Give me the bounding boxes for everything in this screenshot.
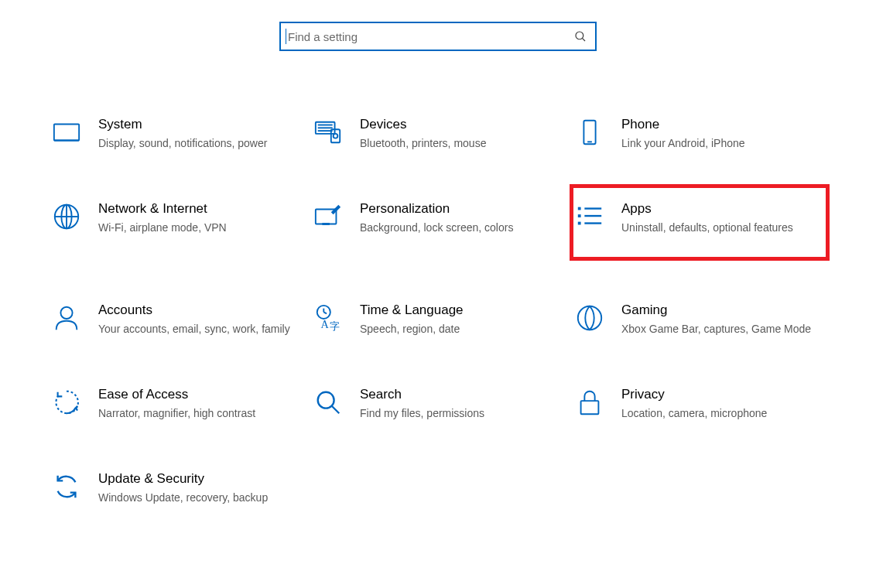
tile-desc: Narrator, magnifier, high contrast [98, 406, 290, 421]
search-input[interactable] [288, 30, 573, 43]
tile-title: Devices [360, 116, 552, 133]
tile-desc: Display, sound, notifications, power [98, 136, 290, 151]
tile-text: Accounts Your accounts, email, sync, wor… [98, 302, 296, 337]
svg-point-31 [318, 392, 334, 409]
tile-network[interactable]: Network & Internet Wi-Fi, airplane mode,… [49, 194, 304, 258]
apps-icon [575, 202, 604, 231]
network-icon [52, 202, 81, 231]
privacy-icon [575, 388, 604, 417]
tile-text: Ease of Access Narrator, magnifier, high… [98, 386, 296, 421]
tile-title: Phone [621, 116, 813, 133]
tile-title: Gaming [621, 302, 813, 319]
tile-title: Network & Internet [98, 200, 290, 217]
tile-ease-of-access[interactable]: Ease of Access Narrator, magnifier, high… [49, 380, 304, 427]
accounts-icon [52, 303, 81, 333]
tile-title: Accounts [98, 302, 290, 319]
tile-privacy[interactable]: Privacy Location, camera, microphone [572, 380, 827, 427]
phone-icon [575, 118, 604, 147]
svg-line-27 [323, 312, 327, 313]
svg-text:字: 字 [330, 320, 340, 332]
svg-rect-18 [578, 207, 581, 210]
personalization-icon [313, 202, 343, 231]
tile-time-language[interactable]: A 字 Time & Language Speech, region, date [310, 296, 566, 343]
tile-text: Time & Language Speech, region, date [360, 302, 558, 337]
devices-icon [313, 118, 343, 147]
tile-title: System [98, 116, 290, 133]
tile-text: Personalization Background, lock screen,… [360, 200, 558, 235]
tile-title: Apps [621, 200, 813, 217]
tile-text: Network & Internet Wi-Fi, airplane mode,… [98, 200, 296, 235]
tile-text: Apps Uninstall, defaults, optional featu… [621, 200, 820, 235]
tile-desc: Uninstall, defaults, optional features [621, 220, 813, 235]
tile-desc: Location, camera, microphone [621, 406, 813, 421]
tile-desc: Speech, region, date [360, 322, 552, 337]
svg-point-9 [334, 134, 338, 138]
tile-title: Personalization [360, 200, 552, 217]
tile-apps[interactable]: Apps Uninstall, defaults, optional featu… [572, 186, 827, 258]
tile-phone[interactable]: Phone Link your Android, iPhone [572, 110, 827, 157]
tile-text: System Display, sound, notifications, po… [98, 116, 296, 151]
svg-rect-10 [583, 121, 595, 144]
tile-desc: Windows Update, recovery, backup [98, 491, 290, 505]
svg-rect-19 [578, 214, 581, 217]
settings-grid: System Display, sound, notifications, po… [43, 67, 833, 511]
svg-rect-2 [54, 125, 79, 141]
svg-line-32 [332, 406, 340, 414]
tile-desc: Find my files, permissions [360, 406, 552, 421]
tile-personalization[interactable]: Personalization Background, lock screen,… [310, 194, 566, 258]
tile-text: Gaming Xbox Game Bar, captures, Game Mod… [621, 302, 820, 337]
tile-text: Devices Bluetooth, printers, mouse [360, 116, 558, 151]
search-box[interactable] [279, 22, 597, 51]
tile-search[interactable]: Search Find my files, permissions [310, 380, 566, 427]
tile-accounts[interactable]: Accounts Your accounts, email, sync, wor… [49, 296, 304, 343]
svg-rect-20 [578, 222, 581, 225]
search-tile-icon [313, 388, 343, 417]
tile-desc: Your accounts, email, sync, work, family [98, 322, 290, 337]
tile-text: Update & Security Windows Update, recove… [98, 470, 296, 505]
tile-desc: Background, lock screen, colors [360, 220, 552, 235]
tile-desc: Wi-Fi, airplane mode, VPN [98, 220, 290, 235]
search-container [0, 0, 876, 67]
tile-title: Search [360, 386, 552, 403]
system-icon [52, 118, 81, 147]
tile-system[interactable]: System Display, sound, notifications, po… [49, 110, 304, 157]
svg-point-24 [60, 307, 72, 319]
svg-point-30 [578, 306, 601, 330]
tile-title: Ease of Access [98, 386, 290, 403]
tile-text: Privacy Location, camera, microphone [621, 386, 820, 421]
tile-desc: Link your Android, iPhone [621, 136, 813, 151]
text-caret [286, 29, 286, 44]
search-icon [573, 29, 587, 43]
tile-title: Privacy [621, 386, 813, 403]
svg-rect-33 [581, 401, 599, 414]
tile-text: Search Find my files, permissions [360, 386, 558, 421]
tile-title: Update & Security [98, 470, 290, 487]
tile-desc: Xbox Game Bar, captures, Game Mode [621, 322, 813, 337]
time-language-icon: A 字 [313, 303, 343, 333]
gaming-icon [575, 303, 604, 333]
svg-line-1 [582, 38, 585, 41]
update-security-icon [52, 472, 81, 501]
tile-title: Time & Language [360, 302, 552, 319]
ease-of-access-icon [52, 388, 81, 417]
tile-gaming[interactable]: Gaming Xbox Game Bar, captures, Game Mod… [572, 296, 827, 343]
tile-update-security[interactable]: Update & Security Windows Update, recove… [49, 464, 304, 511]
tile-desc: Bluetooth, printers, mouse [360, 136, 552, 151]
tile-devices[interactable]: Devices Bluetooth, printers, mouse [310, 110, 566, 157]
tile-text: Phone Link your Android, iPhone [621, 116, 820, 151]
svg-text:A: A [321, 318, 330, 330]
svg-point-0 [576, 32, 583, 39]
